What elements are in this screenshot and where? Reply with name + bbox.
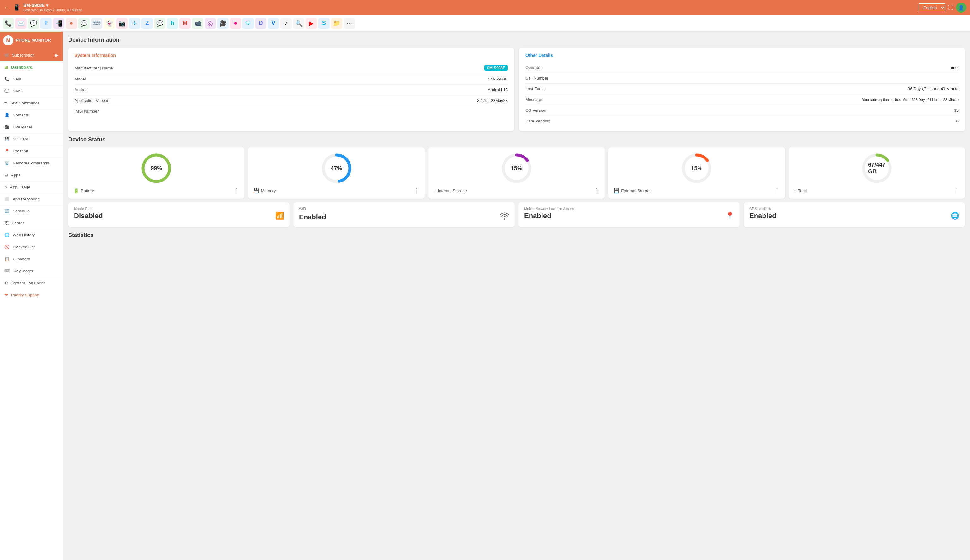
sidebar-label-contacts: Contacts <box>13 113 29 117</box>
other-details-card: Other Details Operator airtel Cell Numbe… <box>519 48 965 131</box>
info-row-message: Message Your subscription expires after … <box>525 94 958 105</box>
sms-icon: 💬 <box>4 89 10 93</box>
sidebar-label-web-history: Web History <box>13 233 35 237</box>
facetime-icon[interactable]: 📹 <box>192 18 203 29</box>
wechat-icon[interactable]: 💬 <box>78 18 90 29</box>
bigo-icon[interactable]: ● <box>66 18 77 29</box>
status-card-menu-1[interactable]: ⋮ <box>414 188 420 193</box>
tiktok-icon[interactable]: ♪ <box>280 18 292 29</box>
facebook-icon[interactable]: f <box>40 18 52 29</box>
app2-icon[interactable]: ◎ <box>205 18 216 29</box>
info-row-android: Android Android 13 <box>75 85 508 95</box>
sidebar-item-text-commands[interactable]: ≡ Text Commands <box>0 97 63 109</box>
gmail-icon[interactable]: M <box>179 18 191 29</box>
data-pending-value: 0 <box>957 119 958 123</box>
hike-icon[interactable]: h <box>167 18 178 29</box>
status-card-footer-2: ≡ Internal Storage ⋮ <box>433 188 600 193</box>
data-pending-label: Data Pending <box>525 119 550 123</box>
status-card-menu-0[interactable]: ⋮ <box>234 188 239 193</box>
discord-icon[interactable]: D <box>255 18 267 29</box>
status-card-menu-2[interactable]: ⋮ <box>594 188 600 193</box>
device-name: SM-S908E ▾ <box>23 3 82 8</box>
message-label: Message <box>525 97 542 102</box>
phone-icon[interactable]: 📞 <box>3 18 14 29</box>
gps-value: Enabled <box>749 212 777 220</box>
web-history-icon: 🌐 <box>4 233 10 237</box>
sidebar-item-photos[interactable]: 🖼 Photos <box>0 217 63 229</box>
wifi-card: WiFi Enabled <box>293 202 515 227</box>
live-panel-icon: 🎥 <box>4 125 10 130</box>
whatsapp-icon[interactable]: 💬 <box>28 18 39 29</box>
search-icon[interactable]: 🔍 <box>293 18 304 29</box>
vk-icon[interactable]: V <box>268 18 279 29</box>
info-row-imsi: IMSI Number <box>75 106 508 117</box>
sidebar-item-subscription[interactable]: 🛒 Subscription ▶ <box>0 49 63 61</box>
sidebar-item-location[interactable]: 📍 Location <box>0 145 63 157</box>
photos-icon: 🖼 <box>4 221 8 225</box>
viber-icon[interactable]: 📲 <box>53 18 64 29</box>
last-event-value: 36 Days,7 Hours, 49 Minute <box>908 87 958 91</box>
sidebar-item-remote-commands[interactable]: 📡 Remote Commands <box>0 157 63 169</box>
sidebar-label-system-log: System Log Event <box>12 281 45 285</box>
sidebar-label-text-commands: Text Commands <box>10 101 40 105</box>
sidebar-item-app-usage[interactable]: ○ App Usage <box>0 181 63 193</box>
sidebar-item-web-history[interactable]: 🌐 Web History <box>0 229 63 241</box>
device-info: SM-S908E ▾ Last sync 36 Days,7 Hours, 49… <box>23 3 82 12</box>
flickr-icon[interactable]: ● <box>230 18 241 29</box>
system-log-icon: ⚙ <box>4 281 8 285</box>
sidebar-item-apps[interactable]: ⊞ Apps <box>0 169 63 181</box>
avatar[interactable]: 👤 <box>956 3 966 13</box>
globe-icon: 🌐 <box>951 212 959 220</box>
skype-icon[interactable]: S <box>318 18 330 29</box>
keyboard-icon[interactable]: ⌨ <box>91 18 102 29</box>
duo-icon[interactable]: 🎥 <box>217 18 228 29</box>
layout: M PHONE MONITOR 🛒 Subscription ▶ ⊞ Dashb… <box>0 32 970 560</box>
status-card-label-1: Memory <box>261 188 276 193</box>
sidebar-item-contacts[interactable]: 👤 Contacts <box>0 109 63 121</box>
info-row-os-version: OS Version 33 <box>525 105 958 116</box>
sidebar-item-dashboard[interactable]: ⊞ Dashboard <box>0 61 63 73</box>
skype2-icon[interactable]: 🗨 <box>242 18 254 29</box>
instagram-icon[interactable]: 📷 <box>116 18 128 29</box>
model-value: SM-S908E <box>488 77 508 82</box>
language-select[interactable]: English <box>918 3 945 12</box>
status-card-footer-0: 🔋 Battery ⋮ <box>73 188 239 193</box>
info-cards-row: System Information Manufacturer | Name S… <box>68 48 965 131</box>
sidebar-item-app-recording[interactable]: ⬜ App Recording <box>0 193 63 205</box>
snapchat-icon[interactable]: 👻 <box>103 18 115 29</box>
status-card-menu-4[interactable]: ⋮ <box>954 188 960 193</box>
sidebar-item-schedule[interactable]: 🔄 Schedule <box>0 205 63 217</box>
sidebar-item-blocked-list[interactable]: 🚫 Blocked List <box>0 241 63 253</box>
youtube-icon[interactable]: ▶ <box>306 18 317 29</box>
sidebar-item-priority-support[interactable]: ❤ Priority Support <box>0 289 63 301</box>
back-button[interactable]: ← <box>4 4 10 11</box>
status-card-icon-2: ≡ <box>433 188 437 193</box>
info-row-model: Model SM-S908E <box>75 74 508 85</box>
sidebar-item-system-log[interactable]: ⚙ System Log Event <box>0 277 63 289</box>
sidebar-item-live-panel[interactable]: 🎥 Live Panel <box>0 121 63 133</box>
device-phone-icon: 📱 <box>13 4 20 11</box>
imessage-icon[interactable]: 💬 <box>154 18 165 29</box>
fullscreen-button[interactable]: ⛶ <box>948 4 953 11</box>
mobile-network-location-label: Mobile Network Location Access <box>524 207 734 210</box>
page-title: Device Information <box>68 37 965 43</box>
sidebar-item-sd-card[interactable]: 💾 SD Card <box>0 133 63 145</box>
info-row-last-event: Last Event 36 Days,7 Hours, 49 Minute <box>525 83 958 94</box>
zoom-icon[interactable]: Z <box>142 18 153 29</box>
status-card-menu-3[interactable]: ⋮ <box>774 188 780 193</box>
sync-text: Last sync 36 Days,7 Hours, 49 Minute <box>23 8 82 12</box>
calls-icon: 📞 <box>4 77 10 82</box>
sidebar-item-calls[interactable]: 📞 Calls <box>0 73 63 85</box>
sidebar-label-photos: Photos <box>12 221 24 225</box>
top-bar: ← 📱 SM-S908E ▾ Last sync 36 Days,7 Hours… <box>0 0 970 15</box>
email-icon[interactable]: ✉️ <box>15 18 27 29</box>
mobile-network-location-value: Enabled <box>524 212 551 220</box>
apps-icon: ⊞ <box>4 173 8 177</box>
sidebar-item-keylogger[interactable]: ⌨ KeyLogger <box>0 265 63 277</box>
more-icon[interactable]: ⋯ <box>343 18 355 29</box>
telegram-icon[interactable]: ✈ <box>129 18 140 29</box>
mobile-data-card: Mobile Data Disabled 📶 <box>68 202 290 227</box>
files-icon[interactable]: 📁 <box>331 18 342 29</box>
sidebar-item-sms[interactable]: 💬 SMS <box>0 85 63 97</box>
sidebar-item-clipboard[interactable]: 📋 Clipboard <box>0 253 63 265</box>
